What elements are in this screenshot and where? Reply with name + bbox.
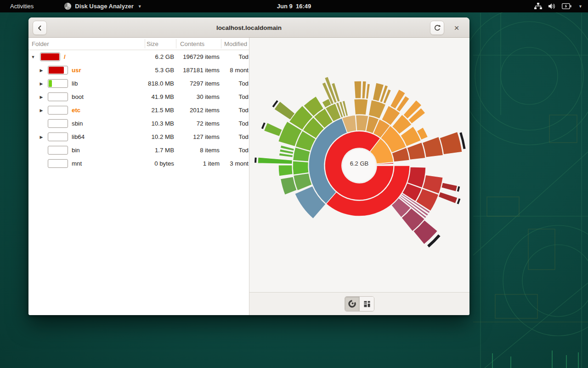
table-row[interactable]: sbin10.3 MB72 itemsTod xyxy=(28,117,249,130)
expander-closed-icon[interactable]: ▶ xyxy=(39,108,44,113)
gnome-top-bar: Activities Disk Usage Analyzer ▼ Jun 9 1… xyxy=(0,0,588,12)
usage-bar xyxy=(48,132,68,141)
column-separator[interactable] xyxy=(176,39,176,48)
table-row[interactable]: ▼/6.2 GB196729 itemsTod xyxy=(28,50,249,63)
usage-bar xyxy=(48,66,68,75)
modified-cell: 3 mont xyxy=(221,160,249,167)
usage-bar xyxy=(48,119,68,128)
usage-bar xyxy=(40,52,60,61)
ring-segment[interactable] xyxy=(354,81,362,98)
window-titlebar[interactable]: localhost.localdomain × xyxy=(28,17,469,38)
ring-segment[interactable] xyxy=(441,183,458,192)
refresh-button[interactable] xyxy=(430,21,444,35)
usage-bar-fill xyxy=(49,67,64,74)
table-row[interactable]: ▶lib6410.2 MB127 itemsTod xyxy=(28,130,249,144)
modified-cell: Tod xyxy=(221,120,249,127)
window-content: Folder Size Contents Modified ▼/6.2 GB19… xyxy=(28,38,469,315)
chart-toolbar xyxy=(249,292,469,315)
size-cell: 10.2 MB xyxy=(145,133,174,140)
table-row[interactable]: ▶boot41.9 MB30 itemsTod xyxy=(28,90,249,104)
system-status-area[interactable]: ▼ xyxy=(534,0,582,12)
more-content-tick xyxy=(458,186,459,191)
usage-bar xyxy=(48,106,68,115)
folder-name: lib xyxy=(72,80,78,87)
table-row[interactable]: ▶etc21.5 MB2012 itemsTod xyxy=(28,104,249,117)
usage-bar xyxy=(48,159,68,168)
column-header-folder[interactable]: Folder xyxy=(28,38,145,50)
modified-cell: Tod xyxy=(221,107,249,114)
table-row[interactable]: bin1.7 MB8 itemsTod xyxy=(28,144,249,157)
column-header-modified[interactable]: Modified xyxy=(221,38,249,50)
more-content-tick xyxy=(458,199,459,204)
column-separator[interactable] xyxy=(145,39,145,48)
contents-cell: 196729 items xyxy=(176,53,220,60)
size-cell: 0 bytes xyxy=(145,160,174,167)
ring-segment[interactable] xyxy=(438,192,458,203)
ring-segment[interactable] xyxy=(354,99,368,115)
modified-cell: 8 mont xyxy=(221,67,249,74)
table-row[interactable]: mnt0 bytes1 item3 mont xyxy=(28,157,249,170)
ring-segment[interactable] xyxy=(293,161,309,175)
expander-open-icon[interactable]: ▼ xyxy=(30,55,36,59)
column-separator[interactable] xyxy=(221,39,221,48)
ring-segment[interactable] xyxy=(362,81,367,98)
size-cell: 10.3 MB xyxy=(145,120,174,127)
usage-bar xyxy=(48,79,68,88)
usage-bar-fill xyxy=(49,80,52,87)
modified-cell: Tod xyxy=(221,53,249,60)
disk-usage-analyzer-window: localhost.localdomain × Folder Size Cont… xyxy=(28,17,469,315)
size-cell: 818.0 MB xyxy=(145,80,174,87)
treemap-chart-icon xyxy=(363,300,371,308)
ring-segment[interactable] xyxy=(440,132,462,154)
folder-name: mnt xyxy=(72,160,82,167)
ring-segment[interactable] xyxy=(274,101,295,120)
contents-cell: 2012 items xyxy=(176,107,220,114)
modified-cell: Tod xyxy=(221,147,249,154)
ring-segment[interactable] xyxy=(258,157,292,164)
rings-chart-icon xyxy=(348,300,356,308)
table-row[interactable]: ▶lib818.0 MB7297 itemsTod xyxy=(28,77,249,90)
more-content-tick xyxy=(255,158,256,163)
contents-cell: 30 items xyxy=(176,93,220,100)
chart-total-size-label: 6.2 GB xyxy=(332,160,387,167)
network-wired-icon xyxy=(534,3,542,10)
size-cell: 6.2 GB xyxy=(145,53,174,60)
contents-cell: 72 items xyxy=(176,120,220,127)
ring-segment[interactable] xyxy=(366,84,370,99)
folder-name: etc xyxy=(72,107,80,114)
contents-cell: 8 items xyxy=(176,147,220,154)
modified-cell: Tod xyxy=(221,80,249,87)
treemap-view-toggle[interactable] xyxy=(360,297,374,311)
expander-closed-icon[interactable]: ▶ xyxy=(39,95,44,99)
more-content-tick xyxy=(262,123,265,129)
ring-segment[interactable] xyxy=(264,123,282,137)
usage-bar xyxy=(48,92,68,101)
expander-closed-icon[interactable]: ▶ xyxy=(39,135,44,139)
rings-chart[interactable]: 6.2 GB xyxy=(249,38,469,292)
contents-cell: 187181 items xyxy=(176,67,220,74)
clock-button[interactable]: Jun 9 16:49 xyxy=(0,3,588,10)
window-title: localhost.localdomain xyxy=(28,17,469,38)
refresh-icon xyxy=(434,24,441,32)
contents-cell: 1 item xyxy=(176,160,220,167)
contents-cell: 127 items xyxy=(176,133,220,140)
table-header: Folder Size Contents Modified xyxy=(28,38,249,50)
rings-view-toggle[interactable] xyxy=(345,297,359,311)
close-button[interactable]: × xyxy=(450,21,464,35)
size-cell: 41.9 MB xyxy=(145,93,174,100)
chart-panel: 6.2 GB xyxy=(249,38,469,315)
folder-rows: ▼/6.2 GB196729 itemsTod▶usr5.3 GB187181 … xyxy=(28,50,249,170)
ring-segment[interactable] xyxy=(278,165,293,176)
size-cell: 21.5 MB xyxy=(145,107,174,114)
view-toggle-group xyxy=(345,296,374,311)
volume-icon xyxy=(548,3,556,10)
folder-name: / xyxy=(64,53,66,60)
column-header-contents[interactable]: Contents xyxy=(176,38,221,50)
close-icon: × xyxy=(454,23,459,33)
folder-name: lib64 xyxy=(72,133,85,140)
expander-closed-icon[interactable]: ▶ xyxy=(39,68,44,73)
column-header-size[interactable]: Size xyxy=(145,38,176,50)
expander-closed-icon[interactable]: ▶ xyxy=(39,81,44,86)
table-row[interactable]: ▶usr5.3 GB187181 items8 mont xyxy=(28,63,249,77)
modified-cell: Tod xyxy=(221,93,249,100)
